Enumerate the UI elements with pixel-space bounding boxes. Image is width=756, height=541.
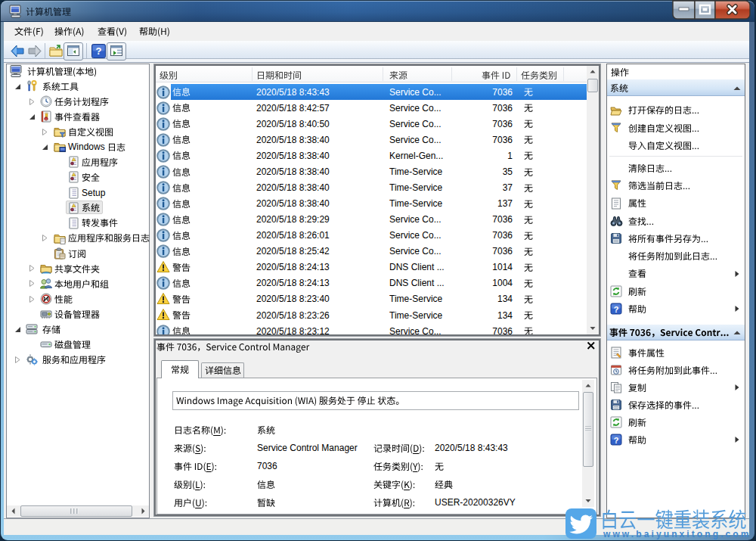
svg-text:?: ? (614, 305, 619, 314)
svg-text:?: ? (614, 436, 619, 445)
svg-text:?: ? (96, 45, 102, 57)
